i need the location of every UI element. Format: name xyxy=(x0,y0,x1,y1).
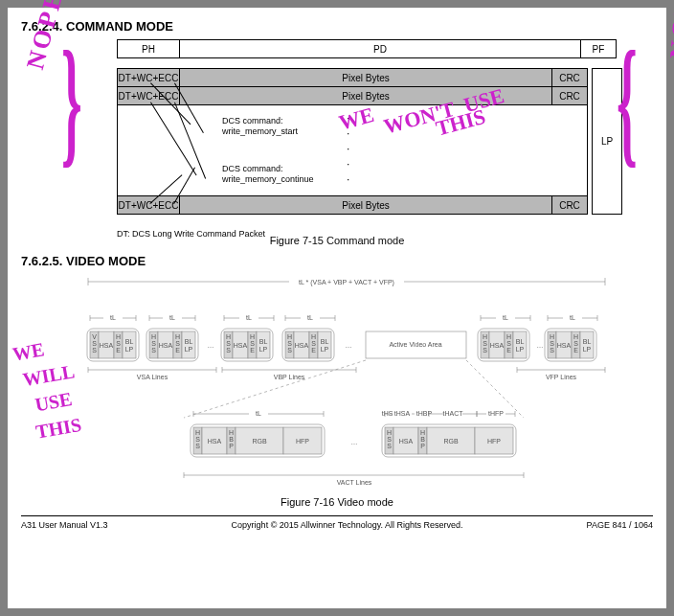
svg-text:E: E xyxy=(250,347,255,354)
svg-text:S: S xyxy=(151,340,156,347)
packet-row: DT+WC+ECC Pixel Bytes CRC xyxy=(118,196,587,214)
section-heading-cmd: 7.6.2.4. COMMAND MODE xyxy=(21,19,653,34)
svg-text:HSA: HSA xyxy=(159,342,173,349)
svg-text:H: H xyxy=(420,429,425,436)
svg-text:V: V xyxy=(92,333,97,340)
packet-header-strip: PH PD PF xyxy=(117,39,617,58)
annotation-brace-right: { xyxy=(617,30,638,172)
cell-crc: CRC xyxy=(552,196,587,214)
packet-row: DT+WC+ECC Pixel Bytes CRC xyxy=(118,69,587,87)
svg-text:S: S xyxy=(483,340,487,347)
annotation-brace-left: } xyxy=(61,30,82,172)
caption-cmd: Figure 7-15 Command mode xyxy=(21,235,653,246)
col-pf: PF xyxy=(581,40,616,57)
svg-text:S: S xyxy=(195,443,200,449)
svg-text:BL: BL xyxy=(125,338,134,345)
col-pd: PD xyxy=(180,40,581,57)
svg-text:S: S xyxy=(506,340,511,347)
svg-text:tL: tL xyxy=(503,314,508,321)
svg-text:S: S xyxy=(483,347,487,354)
page-footer: A31 User Manual V1.3 Copyright © 2015 Al… xyxy=(21,515,653,530)
svg-text:tL: tL xyxy=(110,314,116,321)
svg-text:BL: BL xyxy=(321,338,329,345)
callout-line: write_memory_continue xyxy=(222,174,314,185)
svg-text:H: H xyxy=(573,333,578,340)
svg-text:tHFP: tHFP xyxy=(488,410,504,417)
cell-pb: Pixel Bytes xyxy=(180,196,552,214)
cell-crc: CRC xyxy=(552,69,587,86)
svg-text:H: H xyxy=(311,333,316,340)
svg-text:S: S xyxy=(287,340,292,347)
svg-rect-107 xyxy=(580,331,594,358)
footer-mid: Copyright © 2015 Allwinner Technology. A… xyxy=(232,520,463,530)
svg-text:HSA: HSA xyxy=(490,342,505,349)
page: 7.6.2.4. COMMAND MODE PH PD PF DT+WC+ECC… xyxy=(8,8,666,608)
svg-text:S: S xyxy=(226,347,231,354)
svg-text:E: E xyxy=(175,347,180,354)
svg-text:S: S xyxy=(195,436,200,443)
svg-text:VBP Lines: VBP Lines xyxy=(274,374,305,380)
svg-text:…: … xyxy=(346,342,352,349)
svg-text:LP: LP xyxy=(185,346,193,353)
svg-text:S: S xyxy=(92,340,97,347)
svg-text:S: S xyxy=(573,340,578,347)
svg-text:LP: LP xyxy=(583,346,592,353)
annotation-nope-right: NOPE xyxy=(664,0,674,60)
svg-rect-93 xyxy=(513,331,527,358)
svg-text:S: S xyxy=(550,347,554,354)
col-ph: PH xyxy=(118,40,180,57)
svg-text:HSA: HSA xyxy=(295,342,309,349)
svg-text:E: E xyxy=(506,347,511,354)
cell-crc: CRC xyxy=(552,87,587,104)
svg-text:VACT Lines: VACT Lines xyxy=(337,479,372,486)
svg-text:P: P xyxy=(420,443,425,449)
svg-text:…: … xyxy=(208,342,214,349)
svg-rect-51 xyxy=(182,331,195,358)
svg-text:S: S xyxy=(92,347,97,354)
svg-text:H: H xyxy=(151,333,156,340)
svg-text:LP: LP xyxy=(321,346,329,353)
svg-text:VSA Lines: VSA Lines xyxy=(137,374,168,380)
cell-dt: DT+WC+ECC xyxy=(118,69,180,86)
svg-text:S: S xyxy=(151,347,156,354)
cell-dt: DT+WC+ECC xyxy=(118,196,180,214)
svg-text:tHSA: tHSA xyxy=(394,410,411,417)
svg-text:HSA: HSA xyxy=(399,438,414,445)
svg-text:BL: BL xyxy=(185,338,193,345)
svg-text:RGB: RGB xyxy=(443,438,459,445)
callout-line: DCS command: xyxy=(222,116,298,126)
svg-text:E: E xyxy=(573,347,578,354)
footer-right: PAGE 841 / 1064 xyxy=(587,520,653,530)
svg-text:tL * (VSA + VBP + VACT + VFP): tL * (VSA + VBP + VACT + VFP) xyxy=(299,279,394,286)
svg-text:E: E xyxy=(311,347,316,354)
svg-text:H: H xyxy=(226,333,231,340)
svg-text:tL: tL xyxy=(256,410,261,417)
svg-rect-79 xyxy=(318,331,331,358)
section-number: 7.6.2.5. xyxy=(21,254,62,268)
svg-text:LP: LP xyxy=(259,346,268,353)
svg-text:S: S xyxy=(287,347,292,354)
section-title: COMMAND MODE xyxy=(66,19,173,34)
svg-text:RGB: RGB xyxy=(252,438,267,445)
svg-text:E: E xyxy=(116,347,121,354)
video-mode-diagram: text{font-family:Arial;font-size:7px;fil… xyxy=(69,274,624,494)
svg-text:HFP: HFP xyxy=(296,438,309,445)
svg-text:BL: BL xyxy=(259,338,268,345)
callout-line: write_memory_start xyxy=(222,126,298,137)
packet-row: DT+WC+ECC Pixel Bytes CRC xyxy=(118,87,587,105)
svg-text:S: S xyxy=(387,443,392,449)
caption-vid: Figure 7-16 Video mode xyxy=(21,496,653,508)
svg-text:VFP Lines: VFP Lines xyxy=(546,374,577,380)
svg-text:B: B xyxy=(229,436,234,443)
svg-text:H: H xyxy=(175,333,180,340)
svg-text:HSA: HSA xyxy=(557,342,572,349)
svg-text:HSA: HSA xyxy=(208,438,222,445)
callout-line: DCS command: xyxy=(222,164,314,174)
svg-text:S: S xyxy=(175,340,180,347)
svg-text:BL: BL xyxy=(516,338,525,345)
svg-text:HSA: HSA xyxy=(234,342,248,349)
figure-command-mode: PH PD PF DT+WC+ECC Pixel Bytes CRC DT+WC… xyxy=(21,39,653,231)
svg-text:tHBP: tHBP xyxy=(416,410,433,417)
svg-text:Active Video Area: Active Video Area xyxy=(389,341,441,348)
svg-text:…: … xyxy=(537,342,544,349)
